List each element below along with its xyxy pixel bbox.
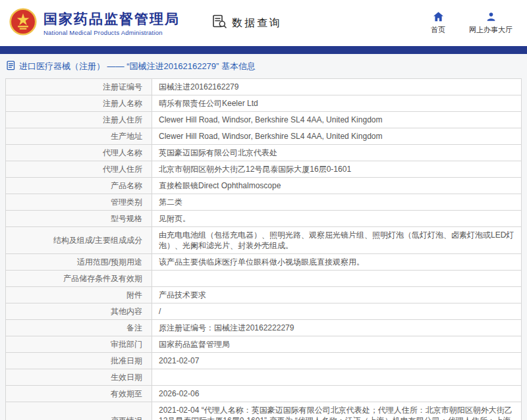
row-label: 附件: [6, 287, 152, 303]
row-value: 晴乐有限责任公司Keeler Ltd: [152, 95, 522, 112]
page-content: 进口医疗器械（注册） —— “国械注进20162162279” 基本信息 注册证…: [0, 54, 527, 420]
row-label: 注册证编号: [6, 79, 152, 95]
row-value: 北京市朝阳区朝外大街乙12号昆泰国际大厦16层0-1601: [152, 161, 522, 178]
home-icon: [433, 12, 444, 23]
breadcrumb-text: 进口医疗器械（注册） —— “国械注进20162162279” 基本信息: [19, 61, 256, 72]
row-value: 原注册证编号：国械注进20162222279: [152, 320, 522, 336]
row-label: 管理类别: [6, 194, 152, 211]
org-name-en: National Medical Products Administration: [43, 29, 180, 36]
table-row: 审批部门国家药品监督管理局: [6, 336, 522, 353]
row-label: 有效期至: [6, 386, 152, 402]
table-row: 其他内容/: [6, 303, 522, 320]
table-row: 生效日期: [6, 369, 522, 386]
data-query-tab[interactable]: 数据查询: [211, 14, 282, 32]
document-icon: [7, 61, 15, 72]
row-value: [152, 369, 522, 386]
row-label: 结构及组成/主要组成成分: [6, 227, 152, 254]
table-row: 代理人名称英国豪迈国际有限公司北京代表处: [6, 145, 522, 161]
registration-info-table: 注册证编号国械注进20162162279注册人名称晴乐有限责任公司Keeler …: [5, 78, 522, 420]
header-nav: 首页 网上办事大厅: [427, 12, 518, 35]
table-row: 备注原注册证编号：国械注进20162222279: [6, 320, 522, 336]
table-row: 有效期至2026-02-06: [6, 386, 522, 402]
table-row: 注册证编号国械注进20162162279: [6, 79, 522, 95]
row-label: 其他内容: [6, 303, 152, 320]
table-row: 适用范围/预期用途该产品主要供临床医疗单位眼科做小视场眼底直接观察用。: [6, 254, 522, 271]
row-value: 直接检眼镜Direct Ophthalmoscope: [152, 178, 522, 194]
row-value: 国家药品监督管理局: [152, 336, 522, 353]
nav-online-hall-label: 网上办事大厅: [469, 25, 513, 35]
nmpa-logo: [9, 8, 37, 38]
org-name-cn: 国家药品监督管理局: [43, 11, 180, 28]
row-label: 代理人名称: [6, 145, 152, 161]
table-row: 结构及组成/主要组成成分由充电电池组（包括充电器）、照明光路、观察屈光镜片组、照…: [6, 227, 522, 254]
document-search-icon: [211, 14, 227, 32]
row-value: 2021-02-07: [152, 353, 522, 369]
row-label: 产品名称: [6, 178, 152, 194]
row-label: 生产地址: [6, 128, 152, 145]
row-label: 变更情况: [6, 402, 152, 420]
row-value: 第二类: [152, 194, 522, 211]
info-table-body: 注册证编号国械注进20162162279注册人名称晴乐有限责任公司Keeler …: [6, 79, 522, 420]
row-value: [152, 271, 522, 287]
row-value: 国械注进20162162279: [152, 79, 522, 95]
row-label: 适用范围/预期用途: [6, 254, 152, 271]
row-value: /: [152, 303, 522, 320]
nav-online-hall[interactable]: 网上办事大厅: [469, 12, 513, 35]
breadcrumb: 进口医疗器械（注册） —— “国械注进20162162279” 基本信息: [5, 59, 522, 78]
row-label: 注册人住所: [6, 112, 152, 128]
national-emblem-icon: [9, 8, 37, 38]
person-icon: [486, 12, 496, 23]
row-value: 2021-02-04 “代理人名称：英国豪迈国际有限公司北京代表处；代理人住所：…: [152, 402, 522, 420]
table-row: 产品名称直接检眼镜Direct Ophthalmoscope: [6, 178, 522, 194]
table-row: 型号规格见附页。: [6, 211, 522, 227]
table-row: 附件产品技术要求: [6, 287, 522, 303]
row-label: 注册人名称: [6, 95, 152, 112]
row-value: Clewer Hill Road, Windsor, Berkshire SL4…: [152, 112, 522, 128]
row-value: 由充电电池组（包括充电器）、照明光路、观察屈光镜片组、照明灯泡（氙灯灯泡、卤素灯…: [152, 227, 522, 254]
data-query-label: 数据查询: [232, 16, 282, 30]
site-header: 国家药品监督管理局 National Medical Products Admi…: [0, 0, 527, 46]
row-label: 审批部门: [6, 336, 152, 353]
table-row: 注册人住所Clewer Hill Road, Windsor, Berkshir…: [6, 112, 522, 128]
row-value: 见附页。: [152, 211, 522, 227]
table-row: 代理人住所北京市朝阳区朝外大街乙12号昆泰国际大厦16层0-1601: [6, 161, 522, 178]
table-row: 批准日期2021-02-07: [6, 353, 522, 369]
org-names: 国家药品监督管理局 National Medical Products Admi…: [43, 11, 180, 36]
nav-home[interactable]: 首页: [427, 12, 449, 35]
table-row: 生产地址Clewer Hill Road, Windsor, Berkshire…: [6, 128, 522, 145]
table-row: 管理类别第二类: [6, 194, 522, 211]
table-row: 产品储存条件及有效期: [6, 271, 522, 287]
table-row: 注册人名称晴乐有限责任公司Keeler Ltd: [6, 95, 522, 112]
row-value: Clewer Hill Road, Windsor, Berkshire SL4…: [152, 128, 522, 145]
row-label: 生效日期: [6, 369, 152, 386]
nav-home-label: 首页: [431, 25, 445, 35]
row-label: 型号规格: [6, 211, 152, 227]
row-label: 备注: [6, 320, 152, 336]
row-value: 英国豪迈国际有限公司北京代表处: [152, 145, 522, 161]
row-label: 产品储存条件及有效期: [6, 271, 152, 287]
top-blue-bar: [0, 46, 527, 54]
row-value: 产品技术要求: [152, 287, 522, 303]
row-label: 代理人住所: [6, 161, 152, 178]
table-row: 变更情况2021-02-04 “代理人名称：英国豪迈国际有限公司北京代表处；代理…: [6, 402, 522, 420]
row-label: 批准日期: [6, 353, 152, 369]
row-value: 该产品主要供临床医疗单位眼科做小视场眼底直接观察用。: [152, 254, 522, 271]
row-value: 2026-02-06: [152, 386, 522, 402]
